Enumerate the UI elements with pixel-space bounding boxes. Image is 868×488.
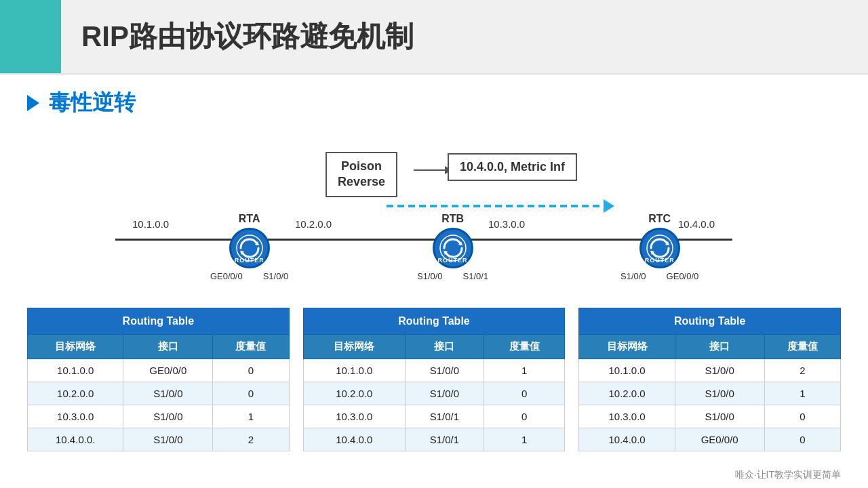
rtb-col-dest: 目标网络 [303, 335, 405, 359]
table-cell: 2 [764, 359, 840, 382]
table-row: 10.1.0.0GE0/0/00 [28, 359, 290, 382]
diagram-area: PoisonReverse 10.4.0.0, Metric Inf 10.1.… [27, 138, 841, 294]
net-label-3: 10.3.0.0 [488, 218, 525, 230]
rtc-routing-table: Routing Table 目标网络 接口 度量值 10.1.0.0S1/0/0… [578, 308, 841, 451]
table-cell: S1/0/0 [675, 405, 764, 428]
table-cell: 0 [213, 382, 289, 405]
rta-routing-table: Routing Table 目标网络 接口 度量值 10.1.0.0GE0/0/… [27, 308, 290, 451]
rtb-iface-left: S1/0/0 [417, 271, 443, 281]
table-cell: GE0/0/0 [123, 359, 213, 382]
table-cell: S1/0/0 [123, 405, 213, 428]
dotted-line [387, 205, 604, 207]
rtc-table-title: Routing Table [579, 308, 841, 335]
table-row: 10.3.0.0S1/0/00 [579, 405, 841, 428]
router-rtb: RTB ROUTER S1/0/0 S1/0/1 [417, 213, 488, 281]
rta-ifaces: GE0/0/0 S1/0/0 [210, 271, 288, 281]
table-cell: S1/0/1 [405, 428, 484, 451]
table-cell: 0 [213, 359, 289, 382]
rtb-iface-right: S1/0/1 [463, 271, 489, 281]
rtb-col-metric: 度量值 [484, 335, 564, 359]
rtb-label: RTB [441, 213, 464, 225]
rtb-table-title: Routing Table [303, 308, 565, 335]
rtb-ifaces: S1/0/0 S1/0/1 [417, 271, 488, 281]
rtc-col-iface: 接口 [675, 335, 764, 359]
table-cell: 0 [484, 382, 564, 405]
rtb-col-iface: 接口 [405, 335, 484, 359]
rtc-label: RTC [648, 213, 671, 225]
triangle-icon [27, 95, 39, 111]
table-cell: S1/0/0 [405, 359, 484, 382]
rta-text: ROUTER [235, 257, 264, 264]
table-row: 10.4.0.0GE0/0/00 [579, 428, 841, 451]
table-cell: 1 [213, 405, 289, 428]
table-cell: 10.2.0.0 [28, 382, 123, 405]
net-label-2: 10.2.0.0 [295, 218, 332, 230]
metric-inf-box: 10.4.0.0, Metric Inf [448, 153, 577, 181]
table-cell: 10.4.0.0 [579, 428, 675, 451]
page-title: RIP路由协议环路避免机制 [61, 0, 868, 73]
content-area: 毒性逆转 PoisonReverse 10.4.0.0, Metric Inf … [0, 75, 868, 308]
table-cell: GE0/0/0 [675, 428, 764, 451]
table-cell: 1 [484, 359, 564, 382]
table-cell: 10.2.0.0 [579, 382, 675, 405]
rtb-table-body: 10.1.0.0S1/0/0110.2.0.0S1/0/0010.3.0.0S1… [303, 359, 565, 451]
table-row: 10.4.0.0S1/0/11 [303, 428, 565, 451]
rta-icon: ROUTER [229, 228, 270, 268]
table-row: 10.1.0.0S1/0/01 [303, 359, 565, 382]
rtc-text: ROUTER [645, 257, 675, 264]
router-rta: RTA ROUTER GE0/0/0 S1/0/0 [210, 213, 288, 281]
rta-iface-left: GE0/0/0 [210, 271, 243, 281]
table-row: 10.2.0.0S1/0/00 [28, 382, 290, 405]
table-cell: 10.1.0.0 [579, 359, 675, 382]
table-cell: 10.1.0.0 [303, 359, 405, 382]
table-cell: 10.3.0.0 [579, 405, 675, 428]
rtc-iface-left: S1/0/0 [620, 271, 646, 281]
table-row: 10.4.0.0.S1/0/02 [28, 428, 290, 451]
header-accent [0, 0, 61, 73]
rtb-text: ROUTER [438, 257, 468, 264]
table-cell: S1/0/0 [405, 382, 484, 405]
rta-col-metric: 度量值 [213, 335, 289, 359]
rta-table-title: Routing Table [28, 308, 290, 335]
table-cell: 0 [764, 428, 840, 451]
rtc-col-dest: 目标网络 [579, 335, 675, 359]
tables-area: Routing Table 目标网络 接口 度量值 10.1.0.0GE0/0/… [0, 308, 868, 451]
footer: 唯众·让IT教学实训更简单 [735, 469, 841, 481]
table-cell: S1/0/0 [123, 382, 213, 405]
table-cell: 0 [484, 405, 564, 428]
table-cell: S1/0/0 [123, 428, 213, 451]
rtc-icon: ROUTER [639, 228, 680, 268]
dotted-arrow [387, 199, 614, 213]
rtc-table-body: 10.1.0.0S1/0/0210.2.0.0S1/0/0110.3.0.0S1… [579, 359, 841, 451]
rta-iface-right: S1/0/0 [263, 271, 289, 281]
net-label-1: 10.1.0.0 [132, 218, 169, 230]
table-cell: S1/0/0 [675, 382, 764, 405]
router-rtc: RTC ROUTER S1/0/0 GE0/0/0 [620, 213, 698, 281]
table-row: 10.3.0.0S1/0/01 [28, 405, 290, 428]
connector-arrow [414, 169, 451, 171]
table-row: 10.2.0.0S1/0/01 [579, 382, 841, 405]
table-cell: 1 [484, 428, 564, 451]
table-cell: S1/0/1 [405, 405, 484, 428]
rta-label: RTA [239, 213, 260, 225]
header: RIP路由协议环路避免机制 [0, 0, 868, 75]
rta-table-body: 10.1.0.0GE0/0/0010.2.0.0S1/0/0010.3.0.0S… [28, 359, 290, 451]
section-title-text: 毒性逆转 [49, 88, 136, 118]
rtb-icon: ROUTER [433, 228, 473, 268]
table-cell: S1/0/0 [675, 359, 764, 382]
poison-reverse-box: PoisonReverse [326, 152, 397, 197]
rtc-ifaces: S1/0/0 GE0/0/0 [620, 271, 698, 281]
table-cell: 10.1.0.0 [28, 359, 123, 382]
table-cell: 2 [213, 428, 289, 451]
rta-col-iface: 接口 [123, 335, 213, 359]
table-row: 10.1.0.0S1/0/02 [579, 359, 841, 382]
section-title-row: 毒性逆转 [27, 88, 841, 118]
table-cell: 1 [764, 382, 840, 405]
table-cell: 10.3.0.0 [303, 405, 405, 428]
dotted-arrow-head [604, 199, 614, 213]
table-row: 10.3.0.0S1/0/10 [303, 405, 565, 428]
table-cell: 0 [764, 405, 840, 428]
footer-text: 唯众·让IT教学实训更简单 [735, 469, 841, 480]
rta-col-dest: 目标网络 [28, 335, 123, 359]
rtb-routing-table: Routing Table 目标网络 接口 度量值 10.1.0.0S1/0/0… [303, 308, 566, 451]
